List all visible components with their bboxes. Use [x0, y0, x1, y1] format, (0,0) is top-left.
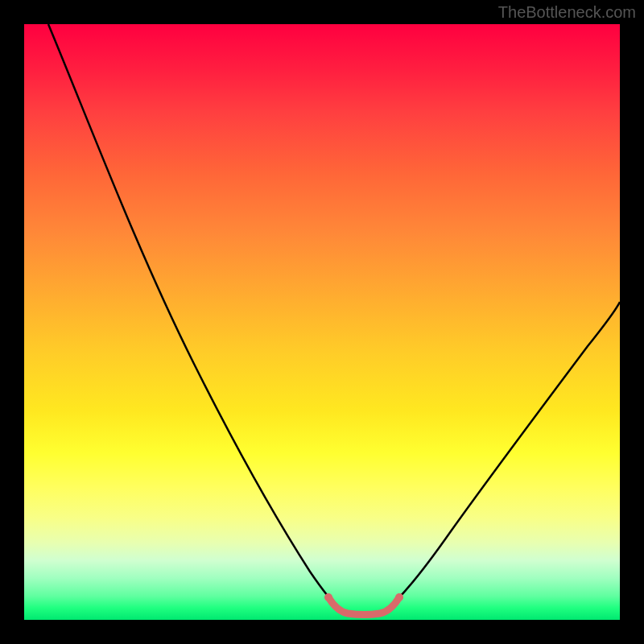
valley-dot-left	[324, 593, 332, 601]
chart-plot-area	[24, 24, 620, 620]
watermark-text: TheBottleneck.com	[498, 3, 636, 22]
valley-highlight-path	[328, 597, 399, 615]
chart-svg	[24, 24, 620, 620]
right-curve-path	[388, 302, 620, 609]
left-curve-path	[48, 24, 340, 609]
valley-dot-right	[395, 593, 403, 601]
